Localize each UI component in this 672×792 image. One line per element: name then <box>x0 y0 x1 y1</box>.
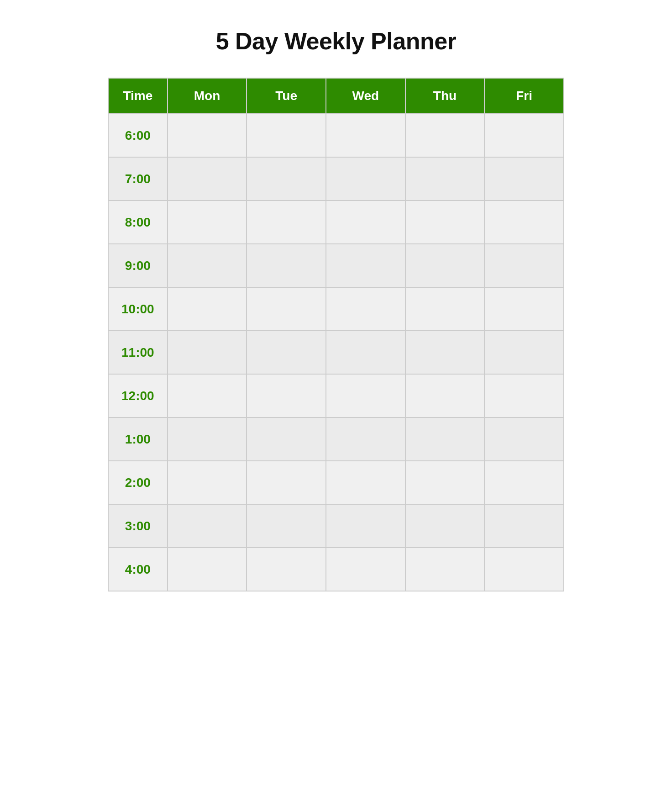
time-cell-1200: 12:00 <box>108 374 168 417</box>
cell-tue-300[interactable] <box>247 504 326 548</box>
cell-thu-700[interactable] <box>405 157 485 201</box>
cell-thu-800[interactable] <box>405 201 485 244</box>
header-time: Time <box>108 78 168 114</box>
cell-wed-900[interactable] <box>326 244 405 287</box>
cell-fri-100[interactable] <box>484 417 564 461</box>
cell-mon-1000[interactable] <box>168 287 247 331</box>
cell-mon-700[interactable] <box>168 157 247 201</box>
time-cell-400: 4:00 <box>108 548 168 591</box>
cell-wed-600[interactable] <box>326 114 405 157</box>
cell-thu-900[interactable] <box>405 244 485 287</box>
cell-fri-400[interactable] <box>484 548 564 591</box>
cell-wed-1200[interactable] <box>326 374 405 417</box>
cell-thu-1200[interactable] <box>405 374 485 417</box>
cell-mon-800[interactable] <box>168 201 247 244</box>
time-cell-1000: 10:00 <box>108 287 168 331</box>
time-cell-900: 9:00 <box>108 244 168 287</box>
cell-mon-300[interactable] <box>168 504 247 548</box>
table-row: 10:00 <box>108 287 564 331</box>
cell-thu-1000[interactable] <box>405 287 485 331</box>
time-cell-300: 3:00 <box>108 504 168 548</box>
header-row: TimeMonTueWedThuFri <box>108 78 564 114</box>
cell-wed-100[interactable] <box>326 417 405 461</box>
cell-fri-1200[interactable] <box>484 374 564 417</box>
page-container: 5 Day Weekly Planner TimeMonTueWedThuFri… <box>108 27 564 591</box>
page-title: 5 Day Weekly Planner <box>108 27 564 55</box>
cell-mon-1200[interactable] <box>168 374 247 417</box>
cell-mon-900[interactable] <box>168 244 247 287</box>
table-row: 8:00 <box>108 201 564 244</box>
cell-wed-1000[interactable] <box>326 287 405 331</box>
cell-thu-400[interactable] <box>405 548 485 591</box>
time-cell-600: 6:00 <box>108 114 168 157</box>
time-cell-1100: 11:00 <box>108 331 168 374</box>
table-row: 9:00 <box>108 244 564 287</box>
cell-tue-100[interactable] <box>247 417 326 461</box>
cell-fri-600[interactable] <box>484 114 564 157</box>
table-row: 1:00 <box>108 417 564 461</box>
table-row: 4:00 <box>108 548 564 591</box>
cell-mon-600[interactable] <box>168 114 247 157</box>
cell-wed-700[interactable] <box>326 157 405 201</box>
time-cell-100: 1:00 <box>108 417 168 461</box>
cell-tue-800[interactable] <box>247 201 326 244</box>
cell-mon-100[interactable] <box>168 417 247 461</box>
cell-thu-300[interactable] <box>405 504 485 548</box>
cell-fri-900[interactable] <box>484 244 564 287</box>
table-header: TimeMonTueWedThuFri <box>108 78 564 114</box>
cell-wed-800[interactable] <box>326 201 405 244</box>
table-row: 6:00 <box>108 114 564 157</box>
cell-thu-600[interactable] <box>405 114 485 157</box>
header-fri: Fri <box>484 78 564 114</box>
table-row: 12:00 <box>108 374 564 417</box>
table-row: 2:00 <box>108 461 564 504</box>
time-cell-700: 7:00 <box>108 157 168 201</box>
cell-tue-200[interactable] <box>247 461 326 504</box>
cell-tue-400[interactable] <box>247 548 326 591</box>
time-cell-200: 2:00 <box>108 461 168 504</box>
cell-tue-600[interactable] <box>247 114 326 157</box>
time-cell-800: 8:00 <box>108 201 168 244</box>
cell-tue-1200[interactable] <box>247 374 326 417</box>
cell-wed-300[interactable] <box>326 504 405 548</box>
cell-fri-300[interactable] <box>484 504 564 548</box>
table-body: 6:007:008:009:0010:0011:0012:001:002:003… <box>108 114 564 591</box>
cell-fri-800[interactable] <box>484 201 564 244</box>
cell-wed-1100[interactable] <box>326 331 405 374</box>
planner-table: TimeMonTueWedThuFri 6:007:008:009:0010:0… <box>108 78 564 591</box>
header-mon: Mon <box>168 78 247 114</box>
cell-thu-100[interactable] <box>405 417 485 461</box>
cell-mon-200[interactable] <box>168 461 247 504</box>
cell-tue-900[interactable] <box>247 244 326 287</box>
table-row: 3:00 <box>108 504 564 548</box>
cell-wed-200[interactable] <box>326 461 405 504</box>
header-tue: Tue <box>247 78 326 114</box>
cell-fri-1100[interactable] <box>484 331 564 374</box>
header-thu: Thu <box>405 78 485 114</box>
cell-wed-400[interactable] <box>326 548 405 591</box>
cell-tue-700[interactable] <box>247 157 326 201</box>
cell-mon-400[interactable] <box>168 548 247 591</box>
table-row: 7:00 <box>108 157 564 201</box>
cell-tue-1000[interactable] <box>247 287 326 331</box>
cell-fri-1000[interactable] <box>484 287 564 331</box>
cell-fri-200[interactable] <box>484 461 564 504</box>
cell-thu-200[interactable] <box>405 461 485 504</box>
cell-fri-700[interactable] <box>484 157 564 201</box>
cell-tue-1100[interactable] <box>247 331 326 374</box>
table-row: 11:00 <box>108 331 564 374</box>
cell-thu-1100[interactable] <box>405 331 485 374</box>
header-wed: Wed <box>326 78 405 114</box>
cell-mon-1100[interactable] <box>168 331 247 374</box>
